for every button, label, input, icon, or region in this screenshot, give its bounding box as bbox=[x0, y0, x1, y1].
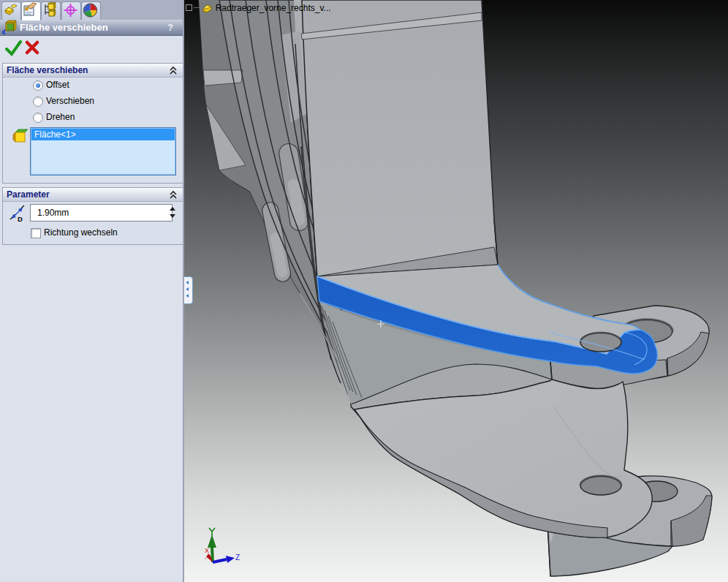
svg-text:Z: Z bbox=[235, 553, 240, 562]
svg-text:D: D bbox=[18, 215, 23, 222]
svg-text:X: X bbox=[205, 547, 209, 554]
